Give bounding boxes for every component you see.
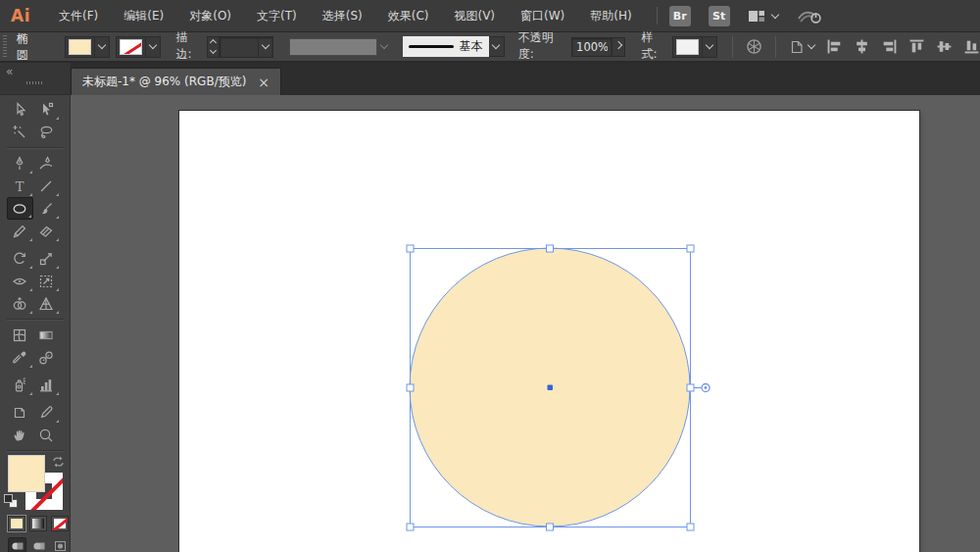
brush-preview[interactable]: 基本 bbox=[403, 36, 489, 57]
perspective-grid-tool[interactable] bbox=[33, 292, 60, 315]
zoom-tool[interactable] bbox=[33, 424, 60, 446]
free-transform-tool[interactable] bbox=[33, 270, 60, 292]
shape-builder-tool[interactable] bbox=[7, 292, 33, 315]
tools-divider-3 bbox=[7, 450, 64, 451]
menu-type[interactable]: 文字(T) bbox=[244, 0, 310, 31]
menu-select[interactable]: 选择(S) bbox=[310, 0, 375, 31]
handle-middle-left[interactable] bbox=[407, 384, 414, 391]
bridge-button[interactable]: Br bbox=[669, 6, 691, 26]
style-panel-link[interactable]: 样式: bbox=[641, 29, 667, 65]
width-tool[interactable] bbox=[7, 270, 33, 292]
default-fill-stroke-icon[interactable] bbox=[4, 494, 18, 508]
opacity-input[interactable] bbox=[571, 37, 612, 57]
scale-tool[interactable] bbox=[33, 247, 60, 270]
gradient-button[interactable] bbox=[29, 516, 47, 531]
menu-help[interactable]: 帮助(H) bbox=[577, 0, 644, 31]
handle-top-left[interactable] bbox=[407, 245, 414, 252]
menu-view[interactable]: 视图(V) bbox=[441, 0, 508, 31]
stroke-weight-dropdown[interactable] bbox=[258, 36, 272, 58]
gradient-tool[interactable] bbox=[33, 324, 60, 346]
document-tab[interactable]: 未标题-1* @ 96% (RGB/预览) × bbox=[71, 68, 281, 95]
paintbrush-tool[interactable] bbox=[33, 197, 60, 220]
color-button[interactable] bbox=[8, 516, 25, 531]
menu-bar: Ai 文件(F) 编辑(E) 对象(O) 文字(T) 选择(S) 效果(C) 视… bbox=[0, 0, 980, 32]
pen-tool[interactable] bbox=[7, 152, 33, 175]
brush-dropdown[interactable] bbox=[489, 36, 505, 57]
align-middle-v-button[interactable] bbox=[936, 38, 953, 55]
direct-selection-tool[interactable] bbox=[33, 98, 60, 121]
brush-definition-combo[interactable]: 基本 bbox=[403, 36, 505, 57]
type-tool[interactable]: T bbox=[7, 175, 33, 197]
align-center-h-button[interactable] bbox=[854, 38, 870, 55]
canvas-pasteboard[interactable] bbox=[71, 95, 980, 552]
eyedropper-tool[interactable] bbox=[7, 346, 33, 369]
artboard-tool[interactable] bbox=[7, 401, 33, 424]
handle-bottom-right[interactable] bbox=[687, 524, 694, 530]
fill-stroke-proxy bbox=[0, 455, 70, 514]
draw-inside-button[interactable] bbox=[51, 537, 70, 552]
menu-effect[interactable]: 效果(C) bbox=[375, 0, 442, 31]
align-bottom-button[interactable] bbox=[963, 38, 980, 55]
fill-color-control[interactable] bbox=[65, 36, 110, 58]
stroke-color-control[interactable] bbox=[116, 36, 161, 58]
width-profile-dropdown[interactable] bbox=[377, 38, 391, 56]
style-swatch[interactable] bbox=[676, 39, 699, 55]
opacity-expand-button[interactable] bbox=[612, 37, 625, 57]
handle-bottom-center[interactable] bbox=[547, 524, 554, 530]
sync-settings-icon[interactable] bbox=[798, 8, 821, 25]
handle-top-right[interactable] bbox=[687, 245, 694, 252]
workspace-switcher[interactable] bbox=[748, 9, 778, 24]
menu-file[interactable]: 文件(F) bbox=[46, 0, 111, 31]
stock-button[interactable]: St bbox=[709, 6, 730, 26]
control-bar-grip[interactable] bbox=[3, 35, 7, 59]
pencil-tool[interactable] bbox=[7, 220, 33, 242]
align-right-button[interactable] bbox=[881, 38, 898, 55]
selection-tool[interactable] bbox=[7, 98, 33, 121]
paint-mode-buttons bbox=[8, 516, 70, 531]
align-left-button[interactable] bbox=[826, 38, 843, 55]
symbol-sprayer-tool[interactable] bbox=[7, 374, 33, 396]
swap-fill-stroke-icon[interactable] bbox=[52, 456, 65, 468]
stroke-weight-combo[interactable] bbox=[220, 36, 273, 58]
stroke-panel-link[interactable]: 描边: bbox=[176, 29, 203, 65]
hand-tool[interactable] bbox=[7, 424, 33, 446]
stroke-weight-stepper[interactable] bbox=[207, 36, 220, 58]
style-dropdown[interactable] bbox=[702, 36, 716, 58]
recolor-artwork-button[interactable] bbox=[742, 35, 766, 59]
mesh-tool[interactable] bbox=[7, 324, 33, 346]
align-top-button[interactable] bbox=[908, 38, 925, 55]
object-center-point[interactable] bbox=[548, 385, 554, 391]
handle-middle-right[interactable] bbox=[687, 384, 694, 391]
tools-panel-grip[interactable] bbox=[26, 81, 44, 84]
fill-proxy-swatch[interactable] bbox=[8, 455, 45, 492]
blend-tool[interactable] bbox=[33, 346, 60, 369]
menu-object[interactable]: 对象(O) bbox=[176, 0, 244, 31]
handle-bottom-left[interactable] bbox=[407, 524, 414, 530]
column-graph-tool[interactable] bbox=[33, 374, 60, 396]
lasso-tool[interactable] bbox=[33, 121, 60, 143]
menu-window[interactable]: 窗口(W) bbox=[508, 0, 577, 31]
rotate-tool[interactable] bbox=[7, 247, 33, 270]
style-control[interactable] bbox=[672, 36, 717, 58]
none-button[interactable] bbox=[51, 516, 69, 531]
ellipse-tool[interactable] bbox=[7, 197, 33, 220]
handle-top-center[interactable] bbox=[547, 245, 554, 252]
close-tab-icon[interactable]: × bbox=[258, 75, 270, 89]
eraser-tool[interactable] bbox=[33, 220, 60, 242]
fill-color-swatch[interactable] bbox=[69, 39, 91, 55]
stroke-color-dropdown[interactable] bbox=[145, 36, 160, 58]
slice-tool[interactable] bbox=[33, 401, 60, 424]
magic-wand-tool[interactable] bbox=[7, 121, 33, 143]
fill-color-dropdown[interactable] bbox=[94, 36, 109, 58]
collapse-panel-button[interactable]: « bbox=[6, 65, 13, 78]
stepper-down-icon[interactable] bbox=[210, 47, 217, 54]
draw-behind-button[interactable] bbox=[29, 537, 48, 552]
line-segment-tool[interactable] bbox=[33, 175, 60, 197]
stepper-up-icon[interactable] bbox=[210, 39, 217, 46]
document-setup-button[interactable] bbox=[785, 35, 818, 59]
draw-normal-button[interactable] bbox=[8, 537, 26, 552]
stroke-color-swatch[interactable] bbox=[120, 39, 142, 55]
menu-edit[interactable]: 编辑(E) bbox=[111, 0, 176, 31]
opacity-panel-link[interactable]: 不透明度: bbox=[518, 29, 566, 65]
curvature-tool[interactable] bbox=[33, 152, 60, 175]
